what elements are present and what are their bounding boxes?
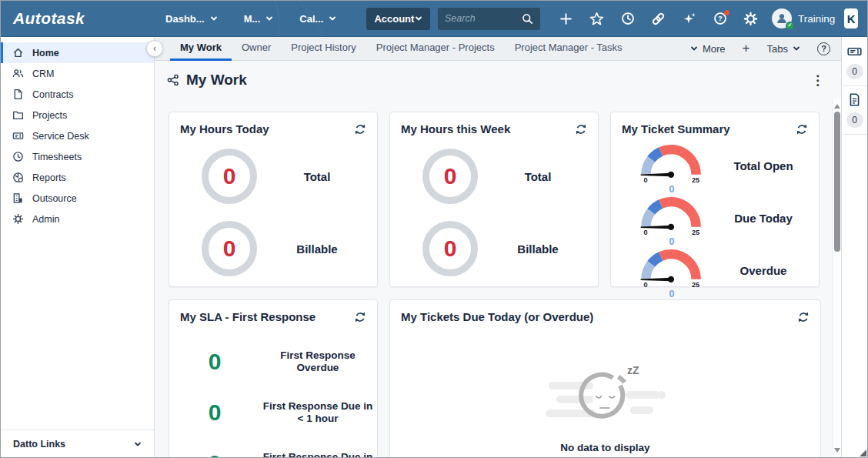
documents-panel-icon[interactable]: [849, 93, 860, 106]
global-search: [438, 8, 540, 30]
refresh-icon[interactable]: [575, 123, 587, 135]
menu-my[interactable]: M...: [244, 13, 274, 25]
chevron-down-icon: [793, 45, 800, 52]
tab-help-icon[interactable]: ?: [817, 42, 830, 55]
scrollbar-thumb[interactable]: [834, 112, 840, 252]
sidebar-item-timesheets[interactable]: Timesheets: [1, 146, 154, 167]
recent-history-clock-icon[interactable]: [620, 12, 635, 26]
refresh-icon[interactable]: [354, 311, 366, 323]
user-account-menu[interactable]: ✓ Training: [772, 8, 835, 28]
sidebar-item-contracts[interactable]: Contracts: [1, 84, 154, 105]
search-icon[interactable]: [522, 13, 533, 25]
dashboard-share-icon: [167, 74, 179, 86]
refresh-icon[interactable]: [797, 311, 810, 323]
tab-project-manager-projects[interactable]: Project Manager - Projects: [366, 37, 505, 61]
ai-sparkle-icon[interactable]: [682, 12, 696, 26]
gauge-row: 0 25 0 Total Open: [611, 140, 819, 191]
tab-my-work[interactable]: My Work: [170, 37, 232, 61]
kaseya-brand-tile[interactable]: K: [844, 8, 858, 28]
datto-links-expander[interactable]: Datto Links: [1, 430, 154, 457]
open-tickets-panel-icon[interactable]: [847, 45, 862, 58]
home-icon: [12, 47, 24, 59]
dashboard-tab-bar: ‹ My Work Owner Project History Project …: [155, 37, 841, 61]
svg-text:0: 0: [643, 229, 647, 236]
page-title: My Work: [186, 72, 247, 89]
right-utility-rail: 0 0: [841, 37, 867, 457]
add-tab-icon[interactable]: +: [743, 41, 750, 56]
tab-project-manager-tasks[interactable]: Project Manager - Tasks: [505, 37, 633, 61]
sleeping-donut-illustration: zZ: [536, 359, 675, 436]
status-check-icon: ✓: [786, 22, 794, 30]
chevron-down-icon: [329, 15, 336, 22]
scroll-up-arrow[interactable]: [834, 104, 840, 109]
document-icon: [12, 89, 24, 100]
sidebar-item-home[interactable]: Home: [1, 42, 154, 63]
card-my-hours-this-week: My Hours this Week 0 Total 0 Billable: [389, 112, 599, 287]
card-title: My Ticket Summary: [622, 122, 730, 135]
donut-gauge: 0: [202, 221, 257, 276]
chevron-down-icon: [415, 15, 422, 22]
page-header: My Work ⋮: [155, 61, 841, 99]
dashboard-options-kebab-icon[interactable]: ⋮: [806, 72, 829, 89]
menu-calendar[interactable]: Cal...: [299, 13, 336, 25]
svg-text:0: 0: [643, 281, 647, 289]
donut-gauge: 0: [202, 149, 257, 204]
card-my-hours-today: My Hours Today 0 Total 0 Billable: [169, 112, 378, 287]
topbar-icon-group: ?: [559, 12, 758, 26]
search-input[interactable]: [445, 13, 522, 24]
tab-project-history[interactable]: Project History: [281, 37, 366, 61]
card-title: My Hours Today: [180, 122, 269, 135]
more-tabs-button[interactable]: More: [690, 43, 726, 55]
tabs-menu-button[interactable]: Tabs: [767, 43, 800, 55]
sidebar-item-admin[interactable]: Admin: [1, 209, 154, 229]
create-new-icon[interactable]: [559, 12, 573, 26]
gauge-row: 0 25 0 Due Today: [611, 192, 819, 243]
tabbar-controls: More + Tabs ?: [690, 41, 841, 56]
autotask-logo[interactable]: Autotask: [13, 9, 85, 28]
chevron-down-icon: [134, 440, 142, 448]
divider: [842, 134, 867, 135]
svg-text:25: 25: [692, 229, 699, 236]
left-sidebar: Home CRM Contracts Projects Service Desk…: [1, 37, 155, 457]
help-notification-dot: [724, 10, 729, 15]
main-area: ‹ My Work Owner Project History Project …: [155, 37, 841, 457]
card-title: My Tickets Due Today (or Overdue): [401, 310, 593, 323]
sidebar-item-reports[interactable]: Reports: [1, 167, 154, 188]
speedometer-gauge: 0 25 0: [634, 239, 708, 302]
building-icon: [12, 192, 24, 204]
metric-row: 0 Billable: [390, 214, 598, 283]
clock-icon: [12, 151, 24, 162]
help-icon[interactable]: ?: [713, 12, 727, 26]
scroll-down-arrow[interactable]: [834, 448, 840, 453]
autotask-app-window: Autotask Dashb... M... Cal... Account: [0, 0, 868, 458]
svg-text:25: 25: [692, 176, 699, 184]
card-my-tickets-due-today: My Tickets Due Today (or Overdue): [389, 299, 821, 457]
links-icon[interactable]: [651, 12, 666, 26]
gauge-row: 0 25 0 Overdue: [611, 245, 819, 296]
metric-row: 0 First Response Due in 1-2 Hours: [169, 439, 377, 457]
card-my-sla-first-response: My SLA - First Response 0 First Response…: [169, 299, 378, 457]
favorites-star-icon[interactable]: [589, 12, 604, 26]
sidebar-collapse-button[interactable]: ‹: [146, 40, 163, 57]
empty-state-text: No data to display: [560, 442, 649, 453]
menu-dashboards[interactable]: Dashb...: [165, 13, 218, 25]
sidebar-item-outsource[interactable]: Outsource: [1, 188, 154, 209]
sidebar-item-projects[interactable]: Projects: [1, 105, 154, 125]
tab-owner[interactable]: Owner: [232, 37, 281, 61]
tickets-count-badge[interactable]: 0: [846, 64, 863, 79]
sidebar-item-crm[interactable]: CRM: [1, 63, 154, 84]
user-name: Training: [798, 13, 835, 25]
settings-gear-icon[interactable]: [743, 12, 758, 26]
refresh-icon[interactable]: [796, 123, 808, 135]
dashboard-canvas: My Hours Today 0 Total 0 Billable: [155, 99, 841, 457]
vertical-scrollbar: [832, 99, 841, 457]
account-select[interactable]: Account: [366, 8, 430, 30]
refresh-icon[interactable]: [354, 123, 366, 135]
documents-count-badge[interactable]: 0: [846, 112, 863, 128]
sidebar-item-service-desk[interactable]: Service Desk: [1, 125, 154, 146]
svg-text:0: 0: [643, 176, 647, 184]
metric-row: 0 Billable: [169, 214, 377, 283]
card-title: My SLA - First Response: [180, 310, 315, 323]
gear-icon: [12, 213, 24, 225]
window-resize-handle[interactable]: [860, 450, 866, 456]
